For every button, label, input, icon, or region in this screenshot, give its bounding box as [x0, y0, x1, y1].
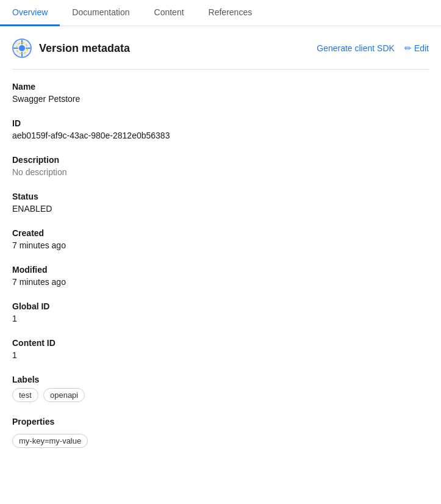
edit-label: Edit	[414, 43, 429, 53]
field-status: Status ENABLED	[12, 192, 429, 214]
edit-button[interactable]: ✏ Edit	[404, 43, 429, 53]
field-labels: Labels testopenapi	[12, 375, 429, 402]
version-header-actions: Generate client SDK ✏ Edit	[317, 43, 429, 53]
property-tag: my-key=my-value	[12, 434, 88, 448]
tab-overview[interactable]: Overview	[0, 0, 60, 26]
label-tag: openapi	[43, 388, 85, 402]
tab-references[interactable]: References	[196, 0, 265, 26]
name-value: Swagger Petstore	[12, 94, 429, 104]
global-id-label: Global ID	[12, 301, 429, 311]
labels-label: Labels	[12, 375, 429, 384]
tab-documentation[interactable]: Documentation	[60, 0, 142, 26]
status-value: ENABLED	[12, 204, 429, 214]
field-created: Created 7 minutes ago	[12, 228, 429, 250]
field-properties: Properties my-key=my-value	[12, 417, 429, 448]
id-value: aeb0159f-af9c-43ac-980e-2812e0b56383	[12, 131, 429, 140]
metadata-section: Name Swagger Petstore ID aeb0159f-af9c-4…	[12, 70, 429, 475]
field-content-id: Content ID 1	[12, 338, 429, 360]
status-label: Status	[12, 192, 429, 201]
content-id-value: 1	[12, 350, 429, 360]
description-value: No description	[12, 167, 429, 177]
properties-label: Properties	[12, 417, 429, 427]
tab-content[interactable]: Content	[142, 0, 196, 26]
name-label: Name	[12, 82, 429, 92]
field-global-id: Global ID 1	[12, 301, 429, 323]
field-name: Name Swagger Petstore	[12, 82, 429, 104]
global-id-value: 1	[12, 314, 429, 323]
main-content: Version metadata Generate client SDK ✏ E…	[0, 26, 441, 475]
version-metadata-header: Version metadata Generate client SDK ✏ E…	[12, 26, 429, 70]
id-label: ID	[12, 118, 429, 128]
field-description: Description No description	[12, 155, 429, 177]
modified-value: 7 minutes ago	[12, 277, 429, 287]
properties-list: my-key=my-value	[12, 430, 429, 448]
field-modified: Modified 7 minutes ago	[12, 265, 429, 287]
description-label: Description	[12, 155, 429, 165]
created-value: 7 minutes ago	[12, 240, 429, 250]
content-id-label: Content ID	[12, 338, 429, 348]
version-header-left: Version metadata	[12, 38, 130, 58]
modified-label: Modified	[12, 265, 429, 275]
svg-point-1	[19, 45, 25, 51]
generate-sdk-link[interactable]: Generate client SDK	[317, 43, 395, 53]
created-label: Created	[12, 228, 429, 238]
version-metadata-title: Version metadata	[39, 42, 130, 55]
label-tag: test	[12, 388, 38, 402]
version-icon	[12, 38, 32, 58]
tabs-bar: Overview Documentation Content Reference…	[0, 0, 441, 26]
labels-list: testopenapi	[12, 388, 429, 402]
field-id: ID aeb0159f-af9c-43ac-980e-2812e0b56383	[12, 118, 429, 140]
pencil-icon: ✏	[404, 43, 412, 53]
